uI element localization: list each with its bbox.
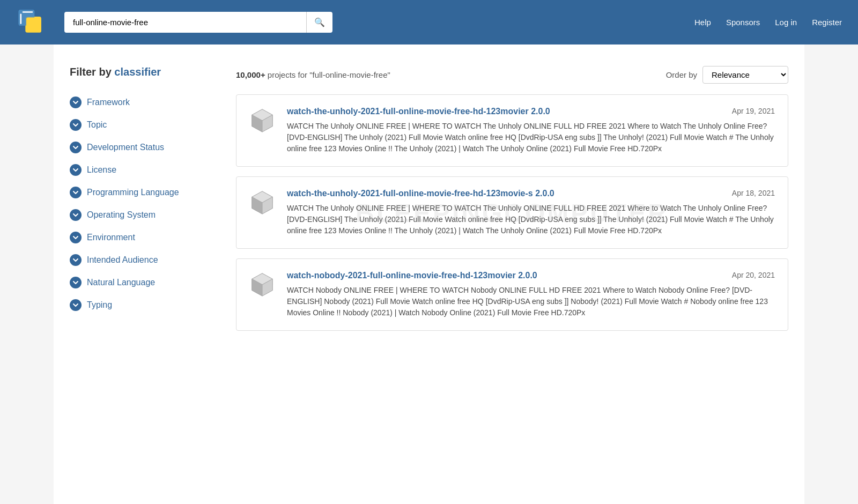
chevron-down-icon — [70, 97, 82, 108]
package-card-pkg3: watch-nobody-2021-full-online-movie-free… — [236, 258, 788, 331]
package-description: WATCH Nobody ONLINE FREE | WHERE TO WATC… — [287, 285, 775, 318]
package-title[interactable]: watch-nobody-2021-full-online-movie-free… — [287, 271, 537, 280]
sidebar-items: Framework Topic Development Status Licen… — [70, 91, 220, 316]
package-card-pkg2: watch-the-unholy-2021-full-online-movie-… — [236, 176, 788, 249]
cube-icon — [249, 189, 275, 214]
nav-sponsors[interactable]: Sponsors — [726, 18, 760, 27]
package-description: WATCH The Unholy ONLINE FREE | WHERE TO … — [287, 203, 775, 236]
filter-label: Programming Language — [87, 188, 179, 197]
search-button[interactable]: 🔍 — [306, 12, 332, 33]
logo-icon — [16, 8, 48, 37]
order-by-area: Order by Relevance Date Name — [666, 66, 788, 84]
order-select[interactable]: Relevance Date Name — [702, 66, 788, 84]
nav-register[interactable]: Register — [812, 18, 842, 27]
filter-label: Intended Audience — [87, 255, 158, 265]
svg-rect-3 — [26, 18, 41, 33]
sidebar-item-programming-language[interactable]: Programming Language — [70, 181, 220, 204]
header-nav: Help Sponsors Log in Register — [694, 18, 842, 27]
package-header-row: watch-the-unholy-2021-full-online-movie-… — [287, 107, 775, 116]
package-body: watch-nobody-2021-full-online-movie-free… — [287, 271, 775, 318]
package-body: watch-the-unholy-2021-full-online-movie-… — [287, 107, 775, 154]
nav-login[interactable]: Log in — [775, 18, 797, 27]
packages-container: watch-the-unholy-2021-full-online-movie-… — [236, 94, 788, 331]
filter-label: Topic — [87, 120, 107, 130]
sidebar-item-natural-language[interactable]: Natural Language — [70, 271, 220, 294]
filter-label: Natural Language — [87, 278, 155, 287]
filter-label: Typing — [87, 300, 112, 310]
package-header-row: watch-the-unholy-2021-full-online-movie-… — [287, 189, 775, 198]
sidebar-item-environment[interactable]: Environment — [70, 226, 220, 249]
package-icon — [249, 189, 276, 216]
sidebar-title: Filter by classifier — [70, 66, 220, 78]
chevron-down-icon — [70, 119, 82, 131]
cube-icon — [249, 107, 275, 132]
chevron-down-icon — [70, 209, 82, 221]
package-date: Apr 19, 2021 — [732, 107, 775, 115]
sidebar-item-topic[interactable]: Topic — [70, 114, 220, 136]
chevron-down-icon — [70, 232, 82, 243]
chevron-down-icon — [70, 142, 82, 153]
sidebar-item-operating-system[interactable]: Operating System — [70, 204, 220, 226]
filter-label: Operating System — [87, 210, 156, 220]
nav-help[interactable]: Help — [694, 18, 711, 27]
chevron-down-icon — [70, 277, 82, 288]
logo[interactable] — [16, 8, 48, 37]
search-icon: 🔍 — [314, 18, 325, 27]
package-card-pkg1: watch-the-unholy-2021-full-online-movie-… — [236, 94, 788, 167]
sidebar-item-intended-audience[interactable]: Intended Audience — [70, 249, 220, 271]
classifier-link[interactable]: classifier — [114, 66, 161, 78]
main-container: Filter by classifier Framework Topic Dev… — [54, 45, 804, 504]
filter-label: License — [87, 165, 116, 175]
sidebar-item-development-status[interactable]: Development Status — [70, 136, 220, 159]
search-input[interactable] — [64, 12, 306, 33]
package-header-row: watch-nobody-2021-full-online-movie-free… — [287, 271, 775, 280]
results-header: 10,000+ projects for "full-online-movie-… — [236, 66, 788, 84]
chevron-down-icon — [70, 254, 82, 266]
package-title[interactable]: watch-the-unholy-2021-full-online-movie-… — [287, 107, 550, 116]
package-icon — [249, 271, 276, 298]
package-description: WATCH The Unholy ONLINE FREE | WHERE TO … — [287, 121, 775, 154]
package-date: Apr 20, 2021 — [732, 271, 775, 279]
results-count-number: 10,000+ — [236, 70, 265, 79]
package-title[interactable]: watch-the-unholy-2021-full-online-movie-… — [287, 189, 554, 198]
content: 10,000+ projects for "full-online-movie-… — [236, 61, 788, 488]
results-query: full-online-movie-free — [313, 70, 388, 79]
sidebar: Filter by classifier Framework Topic Dev… — [70, 61, 220, 488]
packages-list: BLEEPINGCOMPUTER watch-the-unholy-2021-f… — [236, 94, 788, 331]
sidebar-item-typing[interactable]: Typing — [70, 294, 220, 316]
results-count-label: projects for " — [268, 70, 313, 79]
cube-icon — [249, 271, 275, 297]
sidebar-item-license[interactable]: License — [70, 159, 220, 181]
filter-label: Environment — [87, 233, 135, 242]
chevron-down-icon — [70, 187, 82, 198]
filter-label: Development Status — [87, 143, 164, 152]
order-by-label: Order by — [666, 70, 697, 79]
chevron-down-icon — [70, 164, 82, 176]
header: 🔍 Help Sponsors Log in Register — [0, 0, 858, 45]
package-body: watch-the-unholy-2021-full-online-movie-… — [287, 189, 775, 236]
package-icon — [249, 107, 276, 134]
package-date: Apr 18, 2021 — [732, 189, 775, 197]
results-count: 10,000+ projects for "full-online-movie-… — [236, 70, 390, 79]
filter-by-text: Filter by — [70, 66, 114, 78]
search-area: 🔍 — [64, 12, 332, 33]
filter-label: Framework — [87, 98, 130, 107]
sidebar-item-framework[interactable]: Framework — [70, 91, 220, 114]
chevron-down-icon — [70, 299, 82, 311]
